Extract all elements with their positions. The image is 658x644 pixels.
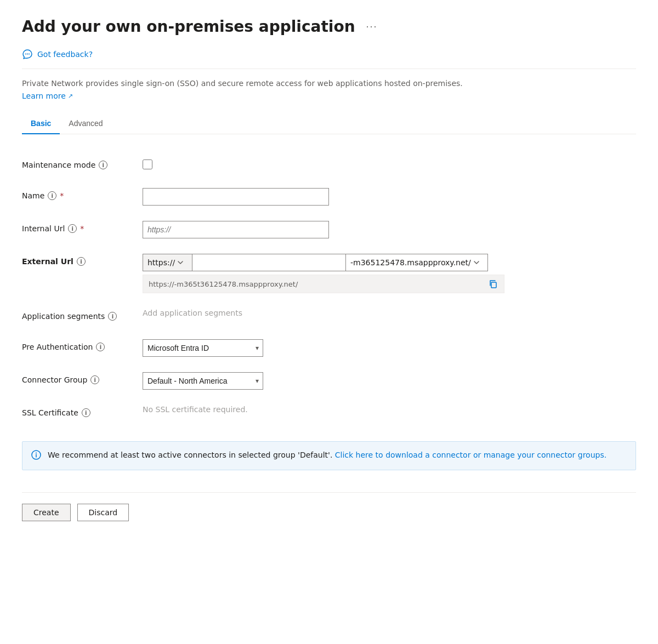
create-button[interactable]: Create (22, 504, 71, 521)
footer-divider (22, 492, 636, 493)
ssl-certificate-control: No SSL certificate required. (143, 405, 526, 414)
footer-buttons: Create Discard (22, 504, 636, 521)
connector-group-label: Connector Group i (22, 372, 143, 384)
name-info-icon[interactable]: i (48, 191, 56, 200)
page-title: Add your own on-premises application (22, 18, 355, 36)
protocol-chevron-icon (177, 259, 184, 266)
internal-url-input[interactable] (143, 221, 329, 238)
maintenance-mode-info-icon[interactable]: i (99, 161, 107, 169)
external-url-preview-text: https://-m365t36125478.msappproxy.net/ (149, 280, 487, 288)
pre-authentication-select-wrapper: Microsoft Entra ID Passthrough ▾ (143, 339, 263, 357)
discard-button[interactable]: Discard (77, 504, 129, 521)
internal-url-control (143, 221, 526, 238)
description-text: Private Network provides single sign-on … (22, 78, 636, 89)
maintenance-mode-control (143, 157, 526, 171)
more-options-button[interactable]: ··· (362, 19, 382, 35)
svg-point-2 (29, 54, 30, 55)
connector-group-select-wrapper: Default - North America ▾ (143, 372, 263, 390)
pre-authentication-info-icon[interactable]: i (96, 343, 105, 351)
application-segments-row: Application segments i Add application s… (22, 301, 636, 332)
name-input[interactable] (143, 188, 329, 206)
external-url-info-icon[interactable]: i (77, 257, 86, 266)
ssl-certificate-row: SSL Certificate i No SSL certificate req… (22, 397, 636, 428)
external-url-protocol-label: https:// (148, 258, 175, 267)
pre-authentication-control: Microsoft Entra ID Passthrough ▾ (143, 339, 526, 357)
external-url-suffix-select[interactable]: -m365125478.msappproxy.net/ (345, 254, 488, 271)
ssl-certificate-info-icon[interactable]: i (82, 408, 90, 417)
connector-group-info-icon[interactable]: i (90, 375, 99, 384)
maintenance-mode-row: Maintenance mode i (22, 150, 636, 180)
external-link-icon: ↗ (68, 93, 73, 100)
application-segments-info-icon[interactable]: i (108, 312, 117, 321)
name-required-star: * (60, 191, 64, 200)
external-url-inputs: https:// -m365125478.msappproxy.net/ (143, 254, 526, 271)
tab-basic[interactable]: Basic (22, 113, 60, 134)
connector-group-control: Default - North America ▾ (143, 372, 526, 390)
ssl-no-cert-text: No SSL certificate required. (143, 402, 248, 414)
form-section: Maintenance mode i Name i * Internal Url… (22, 150, 636, 428)
info-banner-icon (31, 450, 41, 462)
external-url-row: External Url i https:// -m365125478.msap… (22, 246, 636, 301)
add-segments-placeholder: Add application segments (143, 305, 242, 317)
info-banner-link[interactable]: Click here to download a connector or ma… (335, 451, 606, 459)
page-header: Add your own on-premises application ··· (22, 18, 636, 36)
connector-group-row: Connector Group i Default - North Americ… (22, 364, 636, 397)
tabs-container: Basic Advanced (22, 113, 636, 134)
internal-url-required-star: * (80, 224, 84, 233)
svg-point-0 (25, 54, 26, 55)
name-control (143, 188, 526, 206)
pre-authentication-label: Pre Authentication i (22, 339, 143, 351)
copy-icon (489, 280, 497, 288)
ssl-certificate-label: SSL Certificate i (22, 405, 143, 417)
external-url-middle-input[interactable] (192, 254, 345, 271)
name-row: Name i * (22, 180, 636, 213)
svg-point-5 (36, 453, 37, 454)
info-banner-text: We recommend at least two active connect… (48, 449, 606, 461)
maintenance-mode-checkbox[interactable] (143, 159, 152, 169)
svg-rect-3 (491, 282, 496, 288)
tab-advanced[interactable]: Advanced (60, 113, 111, 134)
info-banner: We recommend at least two active connect… (22, 441, 636, 470)
connector-group-select[interactable]: Default - North America (143, 372, 263, 390)
application-segments-control: Add application segments (143, 309, 526, 317)
info-banner-message: We recommend at least two active connect… (48, 451, 332, 459)
external-url-control: https:// -m365125478.msappproxy.net/ (143, 254, 526, 293)
external-url-protocol-select[interactable]: https:// (143, 254, 192, 271)
learn-more-label: Learn more (22, 92, 66, 100)
svg-point-1 (27, 54, 28, 55)
learn-more-link[interactable]: Learn more ↗ (22, 92, 73, 100)
name-label: Name i * (22, 188, 143, 200)
maintenance-mode-label: Maintenance mode i (22, 157, 143, 169)
internal-url-info-icon[interactable]: i (68, 224, 77, 233)
pre-authentication-select[interactable]: Microsoft Entra ID Passthrough (143, 339, 263, 357)
feedback-row[interactable]: Got feedback? (22, 49, 636, 60)
copy-url-button[interactable] (487, 278, 498, 289)
internal-url-label: Internal Url i * (22, 221, 143, 233)
external-url-group: https:// -m365125478.msappproxy.net/ (143, 254, 526, 293)
feedback-label: Got feedback? (37, 50, 93, 59)
application-segments-label: Application segments i (22, 309, 143, 321)
header-divider (22, 69, 636, 69)
feedback-icon (22, 49, 33, 60)
suffix-chevron-icon (473, 259, 480, 266)
external-url-label: External Url i (22, 254, 143, 266)
internal-url-row: Internal Url i * (22, 213, 636, 246)
external-url-preview: https://-m365t36125478.msappproxy.net/ (143, 275, 504, 293)
external-url-suffix-label: -m365125478.msappproxy.net/ (350, 258, 471, 267)
pre-authentication-row: Pre Authentication i Microsoft Entra ID … (22, 332, 636, 364)
